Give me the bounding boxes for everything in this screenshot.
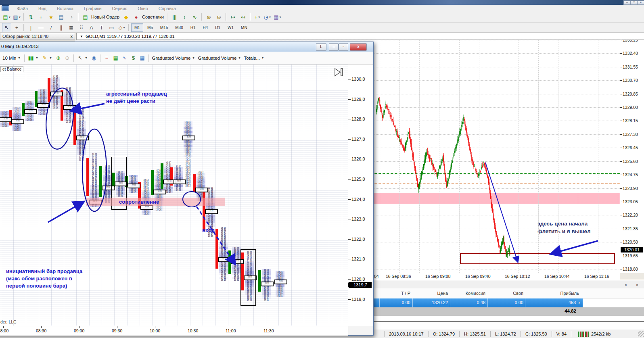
step-forward-icon[interactable] <box>334 68 344 77</box>
menu-item-6[interactable]: Справка <box>153 6 181 11</box>
chevron-down-icon[interactable]: ▾ <box>193 56 194 60</box>
label-icon[interactable]: T <box>97 23 106 32</box>
dollar-icon[interactable]: $ <box>130 54 138 62</box>
candle-body <box>412 148 412 150</box>
totals-selector[interactable]: Totals... <box>244 56 260 61</box>
indicators-icon[interactable]: +▾ <box>253 13 262 22</box>
line-chart-icon[interactable]: ∿ <box>190 13 199 22</box>
app-maximize-button[interactable]: □ <box>630 0 638 5</box>
periods-icon[interactable]: ◷▾ <box>263 13 272 22</box>
candle-body <box>393 123 394 124</box>
pencil-icon[interactable]: ✎ <box>41 54 49 62</box>
volume-cell: 23 36 <box>206 235 215 237</box>
chart-shift-icon[interactable]: ↤ <box>238 13 248 22</box>
timeframe-m15[interactable]: M15 <box>157 23 171 32</box>
chevron-down-icon[interactable]: ▼ <box>80 35 83 38</box>
app-close-button[interactable]: × <box>637 0 644 5</box>
table-icon[interactable]: ▦ <box>138 54 146 62</box>
vline-icon[interactable]: | <box>26 23 36 32</box>
grid-icon[interactable]: ⠿ <box>77 23 86 32</box>
crosshair-icon[interactable]: + <box>12 23 21 32</box>
metaeditor-icon[interactable]: ◆ <box>121 13 131 22</box>
restore-button[interactable]: ▫ <box>339 43 348 51</box>
inspect-icon[interactable]: ◉ <box>90 54 98 62</box>
app-minimize-button[interactable]: – <box>623 0 631 5</box>
timeframe-m30[interactable]: M30 <box>172 23 186 32</box>
menu-item-2[interactable]: Вставка <box>52 6 79 11</box>
new-order-icon[interactable]: ▤ <box>81 13 90 22</box>
new-chart-icon[interactable]: ▤▾ <box>2 13 11 22</box>
mode1-selector[interactable]: Graduated Volume <box>152 56 191 61</box>
candlestick-chart-icon[interactable]: ↕ <box>180 13 189 22</box>
minimize-button[interactable]: – <box>329 43 339 51</box>
candle-body <box>387 106 388 110</box>
hline-icon[interactable]: — <box>36 23 46 32</box>
zoom-in-icon[interactable]: ⊕ <box>204 13 213 22</box>
candle-body <box>445 175 446 182</box>
profiles-icon[interactable]: ▥▾ <box>12 13 21 22</box>
expert-advisors-icon[interactable]: ● <box>132 13 141 22</box>
market-watch-icon[interactable]: ⇅ <box>26 13 36 22</box>
footprint-time-axis: 08:0008:3009:0009:3010:0010:3011:0011:30 <box>0 326 348 336</box>
cluster-bar: 22 2534 3330 3629 3013 1123 2833 2236 14… <box>77 107 86 161</box>
zoom-out-icon[interactable]: ⊖ <box>63 54 71 62</box>
timeframe-w1[interactable]: W1 <box>224 23 237 32</box>
indicators-icon: + <box>255 14 258 20</box>
link-button[interactable]: L <box>316 43 326 51</box>
timeframe-mn[interactable]: MN <box>238 23 251 32</box>
mode2-selector[interactable]: Graduated Volume <box>198 56 237 61</box>
chevron-down-icon[interactable]: ▾ <box>262 56 263 60</box>
close-button[interactable]: x <box>350 43 367 51</box>
period-selector[interactable]: 10 Min <box>2 56 17 61</box>
menu-item-3[interactable]: Графики <box>79 6 107 11</box>
strategy-tester-icon[interactable]: ◔ <box>67 13 76 22</box>
footprint-icon[interactable]: ▦ <box>112 54 120 62</box>
text-icon[interactable]: A <box>87 23 96 32</box>
resize-grip[interactable] <box>638 331 644 337</box>
channel-icon[interactable]: ∥ <box>56 23 66 32</box>
time-tick-label: 09:00 <box>74 328 84 333</box>
trendline-icon[interactable]: / <box>46 23 56 32</box>
trade-col-header[interactable]: Прибыль <box>535 291 579 296</box>
candle-body <box>442 159 443 161</box>
market-watch-tab[interactable]: Обзор рынка: 11:18:40 x <box>0 33 75 40</box>
cursor-icon[interactable]: ↖ <box>2 23 11 32</box>
timeframe-m5[interactable]: M5 <box>144 23 156 32</box>
fibonacci-icon[interactable]: ≣ <box>67 23 76 32</box>
timeframe-d1[interactable]: D1 <box>212 23 224 32</box>
zoom-out-icon[interactable]: ⊖ <box>214 13 224 22</box>
candlestick-chart-icon: ↕ <box>183 14 186 20</box>
terminal-icon[interactable]: ▤ <box>56 13 66 22</box>
navigator-icon[interactable]: ★ <box>46 13 56 22</box>
menu-item-5[interactable]: Окно <box>132 6 153 11</box>
close-trade-icon[interactable]: x <box>578 300 581 305</box>
menu-item-0[interactable]: Файл <box>12 6 33 11</box>
auto-scroll-icon[interactable]: ↦ <box>228 13 238 22</box>
volume-ladder-icon[interactable]: ≡ <box>103 54 111 62</box>
templates-icon[interactable]: ▦▾ <box>273 13 282 22</box>
timeframe-h1[interactable]: H1 <box>187 23 199 32</box>
candle-body <box>482 166 483 167</box>
timeframe-m1[interactable]: M1 <box>131 23 143 32</box>
market-watch-close-icon[interactable]: x <box>70 34 73 39</box>
pointer-icon[interactable]: ↖ <box>76 54 84 62</box>
chevron-down-icon[interactable]: ▾ <box>238 56 240 60</box>
trade-col-header[interactable]: Своп <box>479 291 523 296</box>
chevron-down-icon[interactable]: ▾ <box>19 56 20 60</box>
bar-chart-icon[interactable]: ||| <box>170 13 179 22</box>
arrows-icon[interactable]: ◇▾ <box>117 23 126 32</box>
menu-item-4[interactable]: Сервис <box>107 6 133 11</box>
expert-advisors-button[interactable]: Советники <box>142 15 164 19</box>
candle-style-icon[interactable]: ▮▮ <box>27 54 35 62</box>
timeframe-h4[interactable]: H4 <box>200 23 211 32</box>
data-window-icon[interactable]: + <box>36 13 46 22</box>
footprint-title-bar[interactable]: 0 Min) 16.09.2013 L – ▫ x <box>0 42 373 52</box>
zoom-in-icon[interactable]: ⊕ <box>54 54 63 62</box>
menu-item-1[interactable]: Вид <box>33 6 52 11</box>
rectangle-icon[interactable]: ▭ <box>107 23 116 32</box>
tab-scroll-right-icon[interactable]: ► <box>635 282 640 287</box>
mini-chart-icon[interactable]: ∿ <box>121 54 129 62</box>
new-order-button[interactable]: Новый Ордер <box>91 15 119 19</box>
tab-scroll-left-icon[interactable]: ◄ <box>623 282 628 287</box>
chart-window-header[interactable]: ▼ GOLD,M1 1319.77 1320.20 1319.77 1320.0… <box>76 33 644 40</box>
